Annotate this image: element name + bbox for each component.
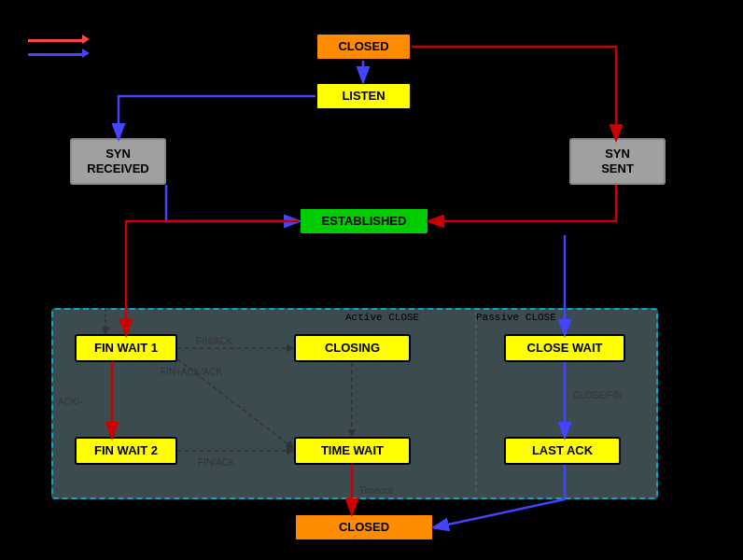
legend-red-arrow bbox=[28, 39, 84, 42]
state-established: ESTABLISHED bbox=[299, 207, 429, 235]
label-fin-ack-1: FIN/ACK bbox=[196, 336, 232, 346]
label-fin-ack-ack: FIN+ACK/ACK bbox=[161, 367, 222, 377]
state-fin-wait-1: FIN WAIT 1 bbox=[75, 334, 177, 362]
state-closing: CLOSING bbox=[294, 334, 411, 362]
state-last-ack: LAST ACK bbox=[504, 437, 621, 465]
label-close-fin: CLOSE/FIN bbox=[573, 390, 623, 400]
passive-close-label: Passive CLOSE bbox=[476, 312, 556, 323]
state-listen: LISTEN bbox=[315, 82, 412, 110]
label-timeout: Timeout bbox=[359, 485, 393, 496]
state-closed-bottom: CLOSED bbox=[294, 513, 434, 541]
state-time-wait: TIME WAIT bbox=[294, 437, 411, 465]
label-fin-ack-3: FIN/ACK bbox=[198, 457, 234, 468]
tcp-diagram: Active CLOSE Passive CLOSE CLOSED LISTEN… bbox=[0, 0, 743, 560]
legend-blue-arrow bbox=[28, 53, 84, 56]
state-fin-wait-2: FIN WAIT 2 bbox=[75, 437, 177, 465]
label-ack: ACK/- bbox=[58, 397, 83, 407]
state-closed-top: CLOSED bbox=[315, 33, 412, 61]
state-syn-received: SYNRECEIVED bbox=[70, 138, 166, 185]
state-close-wait: CLOSE WAIT bbox=[504, 334, 625, 362]
state-syn-sent: SYNSENT bbox=[569, 138, 666, 185]
active-close-label: Active CLOSE bbox=[345, 312, 419, 323]
